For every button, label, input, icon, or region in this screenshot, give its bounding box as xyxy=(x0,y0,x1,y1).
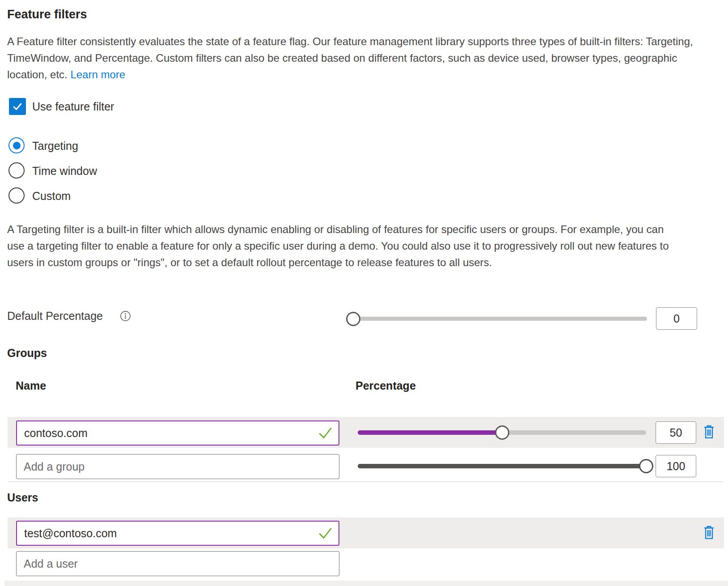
default-percentage-slider[interactable] xyxy=(353,317,647,321)
user-name-input[interactable] xyxy=(17,522,339,545)
new-group-percentage-input[interactable] xyxy=(656,455,696,477)
group-name-field-wrap xyxy=(16,420,339,446)
learn-more-link[interactable]: Learn more xyxy=(70,68,125,81)
valid-check-icon xyxy=(318,427,332,439)
add-user-input[interactable] xyxy=(17,552,339,576)
targeting-description: A Targeting filter is a built-in filter … xyxy=(7,221,679,271)
slider-track[interactable] xyxy=(353,317,647,321)
radio-time-window[interactable] xyxy=(8,162,25,178)
new-group-percentage-slider[interactable] xyxy=(358,464,646,468)
users-section-title: Users xyxy=(7,491,38,504)
use-feature-filter-label: Use feature filter xyxy=(32,100,114,113)
user-name-field-wrap xyxy=(16,521,339,546)
page-title: Feature filters xyxy=(7,8,87,21)
radio-time-window-label: Time window xyxy=(32,165,97,178)
add-user-field-wrap xyxy=(16,551,339,576)
groups-section-title: Groups xyxy=(7,347,47,360)
trash-icon xyxy=(703,425,715,440)
radio-targeting-label: Targeting xyxy=(32,140,78,153)
slider-fill xyxy=(358,430,502,435)
delete-user-button[interactable] xyxy=(703,525,715,542)
radio-targeting[interactable] xyxy=(8,137,25,153)
section-divider xyxy=(8,481,724,482)
groups-name-column-header: Name xyxy=(16,379,46,392)
delete-group-button[interactable] xyxy=(703,425,715,441)
checkmark-icon xyxy=(12,101,23,112)
radio-custom-label: Custom xyxy=(32,190,71,203)
slider-thumb[interactable] xyxy=(346,312,360,326)
add-group-input[interactable] xyxy=(17,454,339,479)
group-percentage-input[interactable] xyxy=(656,421,696,444)
group-percentage-slider[interactable] xyxy=(358,430,646,435)
default-percentage-input[interactable] xyxy=(656,307,697,330)
intro-paragraph: A Feature filter consistently evaluates … xyxy=(7,33,703,83)
default-percentage-label: Default Percentage xyxy=(7,310,103,323)
info-icon[interactable] xyxy=(120,310,131,323)
radio-custom[interactable] xyxy=(8,187,25,204)
group-name-input[interactable] xyxy=(17,421,339,445)
slider-fill xyxy=(358,464,646,468)
slider-thumb[interactable] xyxy=(639,459,653,473)
next-section-edge xyxy=(4,581,728,586)
use-feature-filter-checkbox[interactable] xyxy=(9,98,26,115)
groups-percentage-column-header: Percentage xyxy=(356,379,416,392)
valid-check-icon xyxy=(318,527,332,539)
trash-icon xyxy=(703,525,715,540)
feature-filters-panel: Feature filters A Feature filter consist… xyxy=(0,0,728,586)
add-group-field-wrap xyxy=(16,454,339,479)
slider-thumb[interactable] xyxy=(495,425,509,440)
